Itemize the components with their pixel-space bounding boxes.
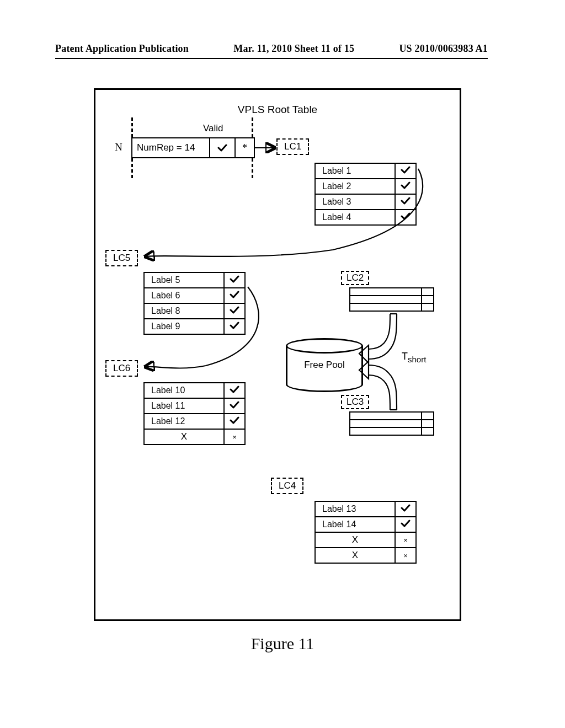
lc6-box: LC6 <box>105 360 138 377</box>
diagram-title: VPLS Root Table <box>95 104 460 116</box>
figure-frame: VPLS Root Table Valid N NumRep = 14 * LC… <box>94 88 461 621</box>
lc5-row2-valid <box>224 303 245 319</box>
lc6-row0-valid <box>224 383 245 398</box>
lc1-row1-label: Label 2 <box>315 179 395 194</box>
lc4-row1-label: Label 14 <box>315 517 395 532</box>
header-right: US 2010/0063983 A1 <box>399 43 488 55</box>
check-icon <box>401 212 411 220</box>
lc6-row3-label: X <box>144 429 224 445</box>
lc4-row0-valid <box>395 501 416 517</box>
lc4-row3-valid: × <box>395 548 416 563</box>
check-icon <box>230 401 239 409</box>
lc4-row0-label: Label 13 <box>315 501 395 517</box>
lc5-row0-label: Label 5 <box>144 272 224 288</box>
free-pool: Free Pool <box>286 338 363 392</box>
tshort-label: Tshort <box>402 351 426 364</box>
check-icon <box>401 504 411 512</box>
root-index: N <box>115 141 122 153</box>
root-pointer-cell: * <box>236 138 254 157</box>
lc3-box: LC3 <box>341 395 369 409</box>
check-icon <box>230 306 239 314</box>
lc1-row1-valid <box>395 179 416 194</box>
lc4-row2-valid: × <box>395 532 416 548</box>
lc4-row2-label: X <box>315 532 395 548</box>
check-icon <box>401 166 411 174</box>
header-left: Patent Application Publication <box>55 43 189 55</box>
tshort-sub: short <box>408 355 426 364</box>
lc2-table <box>349 287 434 312</box>
lc6-row2-valid <box>224 414 245 429</box>
lc6-row2-label: Label 12 <box>144 414 224 429</box>
lc6-table: Label 10 Label 11 Label 12 X× <box>143 382 246 445</box>
page-header: Patent Application Publication Mar. 11, … <box>55 43 488 59</box>
lc4-box: LC4 <box>271 478 303 494</box>
lc1-row3-label: Label 4 <box>315 210 395 225</box>
lc5-row0-valid <box>224 272 245 288</box>
figure-caption: Figure 11 <box>0 634 565 653</box>
check-icon <box>230 291 239 298</box>
check-icon <box>401 520 411 527</box>
header-center: Mar. 11, 2010 Sheet 11 of 15 <box>233 43 354 55</box>
lc1-row2-valid <box>395 194 416 210</box>
check-icon <box>230 416 239 424</box>
lc6-row1-valid <box>224 398 245 414</box>
valid-label: Valid <box>203 123 223 134</box>
check-icon <box>217 144 227 152</box>
check-icon <box>401 181 411 189</box>
lc2-box: LC2 <box>341 271 369 285</box>
lc5-row3-label: Label 9 <box>144 319 224 334</box>
lc1-box: LC1 <box>276 138 309 155</box>
tshort-base: T <box>402 351 408 362</box>
check-icon <box>230 322 239 329</box>
lc5-box: LC5 <box>105 250 138 266</box>
check-icon <box>230 275 239 283</box>
numrep-cell: NumRep = 14 <box>132 138 210 157</box>
lc5-row1-label: Label 6 <box>144 288 224 303</box>
lc4-table: Label 13 Label 14 X× X× <box>315 501 417 564</box>
lc6-row0-label: Label 10 <box>144 383 224 398</box>
lc4-row1-valid <box>395 517 416 532</box>
root-valid-cell <box>210 138 236 157</box>
lc6-row1-label: Label 11 <box>144 398 224 414</box>
lc4-row3-label: X <box>315 548 395 563</box>
lc6-row3-valid: × <box>224 429 245 445</box>
lc5-table: Label 5 Label 6 Label 8 Label 9 <box>143 272 246 335</box>
lc1-row0-valid <box>395 163 416 179</box>
lc3-table <box>349 411 434 436</box>
check-icon <box>401 197 411 205</box>
lc1-row0-label: Label 1 <box>315 163 395 179</box>
root-table-row: NumRep = 14 * <box>131 137 255 158</box>
lc1-row2-label: Label 3 <box>315 194 395 210</box>
lc5-row3-valid <box>224 319 245 334</box>
lc1-row3-valid <box>395 210 416 225</box>
lc5-row1-valid <box>224 288 245 303</box>
lc1-table: Label 1 Label 2 Label 3 Label 4 <box>315 163 417 226</box>
check-icon <box>230 386 239 393</box>
lc5-row2-label: Label 8 <box>144 303 224 319</box>
